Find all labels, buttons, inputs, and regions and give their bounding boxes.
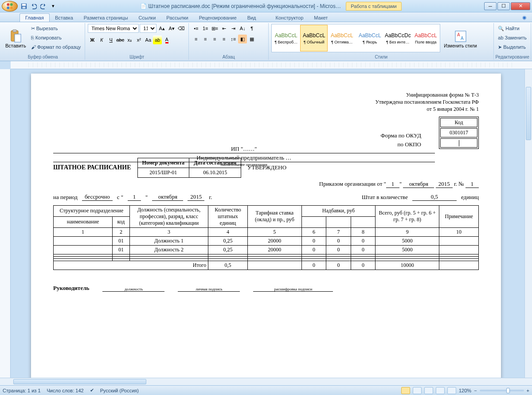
styles-group-label: Стили: [269, 55, 493, 59]
bullets-icon[interactable]: •≡: [192, 24, 200, 33]
minimize-button[interactable]: ─: [484, 2, 497, 10]
tab-design[interactable]: Конструктор: [270, 14, 309, 22]
underline-icon[interactable]: Ч: [106, 35, 115, 44]
align-center-icon[interactable]: ≡: [201, 35, 210, 43]
show-marks-icon[interactable]: ¶: [247, 24, 256, 33]
help-icon[interactable]: ◉: [517, 13, 532, 22]
replace-icon: ab: [498, 35, 503, 40]
indent-dec-icon[interactable]: ⇤: [219, 24, 228, 33]
group-editing: 🔍Найти abЗаменить ➤Выделить Редактирован…: [494, 23, 531, 60]
style-item[interactable]: AaBbCcLПоле ввода: [412, 25, 439, 51]
context-tab-group: Работа с таблицами: [346, 2, 401, 11]
cut-button[interactable]: ✂Вырезать: [30, 24, 82, 33]
svg-point-1: [10, 3, 13, 6]
sort-icon[interactable]: A↓: [238, 24, 247, 33]
tab-references[interactable]: Ссылки: [133, 14, 161, 22]
font-name-select[interactable]: Times New Roman: [88, 24, 139, 33]
paste-label: Вставить: [5, 43, 26, 48]
tab-insert[interactable]: Вставка: [50, 14, 78, 22]
superscript-icon[interactable]: x²: [134, 35, 143, 44]
svg-rect-9: [15, 34, 21, 42]
qat-dropdown-icon[interactable]: ▾: [49, 2, 58, 11]
replace-button[interactable]: abЗаменить: [497, 33, 528, 42]
ribbon: Вставить ✂Вырезать ⎘Копировать 🖌Формат п…: [0, 22, 532, 61]
style-gallery[interactable]: AaBbCcL¶ Беспроб…AaBbCcL¶ ОбычныйAaBbCcL…: [271, 24, 440, 52]
multilevel-icon[interactable]: ⊞≡: [210, 24, 219, 33]
brush-icon: 🖌: [31, 44, 36, 50]
tab-view[interactable]: Вид: [242, 14, 262, 22]
style-item[interactable]: AaBbCcL¶ Беспроб…: [272, 25, 300, 51]
change-styles-button[interactable]: AA Изменить стили: [442, 24, 478, 53]
numbering-icon[interactable]: 1≡: [201, 24, 210, 33]
tab-mailings[interactable]: Рассылки: [161, 14, 193, 22]
close-button[interactable]: ✕: [511, 2, 530, 10]
window-controls: ─ ☐ ✕: [484, 2, 530, 10]
style-item[interactable]: AaBbCcL¶ Якорь: [356, 25, 383, 51]
office-button[interactable]: [2, 1, 18, 12]
strike-icon[interactable]: abc: [116, 35, 125, 44]
tab-home[interactable]: Главная: [20, 13, 50, 22]
svg-point-0: [7, 3, 9, 6]
format-painter-button[interactable]: 🖌Формат по образцу: [30, 43, 82, 51]
change-case-icon[interactable]: Aa: [144, 35, 153, 44]
justify-icon[interactable]: ≡: [219, 35, 228, 43]
svg-rect-8: [13, 30, 16, 32]
copy-icon: ⎘: [31, 35, 34, 40]
scissors-icon: ✂: [31, 26, 35, 31]
window-title: 📄 Штатное расписание.doc [Режим ограниче…: [58, 3, 484, 9]
subscript-icon[interactable]: x₂: [125, 35, 134, 44]
group-font: Times New Roman 11 A▴ A▾ ⌫ Ж К Ч abc x₂ …: [85, 23, 189, 60]
shrink-font-icon[interactable]: A▾: [167, 24, 176, 33]
maximize-button[interactable]: ☐: [497, 2, 510, 10]
editing-group-label: Редактирование: [494, 55, 531, 59]
bold-icon[interactable]: Ж: [88, 35, 97, 44]
ribbon-tabs: Главная Вставка Разметка страницы Ссылки…: [0, 12, 532, 22]
select-button[interactable]: ➤Выделить: [497, 43, 528, 51]
clipboard-group-label: Буфер обмена: [1, 55, 85, 59]
group-paragraph: •≡ 1≡ ⊞≡ ⇤ ⇥ A↓ ¶ ≡ ≡ ≡ ≡ ↕≡ ◧ ▦ Абзац: [189, 23, 269, 60]
paste-button[interactable]: Вставить: [4, 24, 28, 53]
font-size-select[interactable]: 11: [140, 24, 156, 33]
save-icon[interactable]: [20, 2, 28, 11]
borders-icon[interactable]: ▦: [247, 35, 256, 43]
titlebar: ▾ 📄 Штатное расписание.doc [Режим ограни…: [0, 0, 532, 12]
tab-layout2[interactable]: Макет: [309, 14, 333, 22]
clear-format-icon[interactable]: ⌫: [177, 24, 186, 33]
quick-access-toolbar: ▾: [20, 2, 58, 11]
svg-point-3: [10, 6, 13, 9]
group-styles: AaBbCcL¶ Беспроб…AaBbCcL¶ ОбычныйAaBbCcL…: [269, 23, 494, 60]
tab-layout[interactable]: Разметка страницы: [78, 14, 133, 22]
find-button[interactable]: 🔍Найти: [497, 24, 528, 33]
italic-icon[interactable]: К: [97, 35, 106, 44]
svg-rect-6: [23, 6, 26, 8]
tab-review[interactable]: Рецензирование: [194, 14, 242, 22]
change-styles-label: Изменить стили: [444, 43, 477, 48]
redo-icon[interactable]: [39, 2, 48, 11]
line-spacing-icon[interactable]: ↕≡: [229, 35, 238, 43]
font-color-icon[interactable]: A: [162, 35, 171, 44]
group-clipboard: Вставить ✂Вырезать ⎘Копировать 🖌Формат п…: [1, 23, 85, 60]
doc-icon: 📄: [140, 3, 147, 9]
font-group-label: Шрифт: [85, 55, 188, 59]
style-item[interactable]: AaBbCcDc¶ Без инте…: [384, 25, 411, 51]
highlight-icon[interactable]: ab: [153, 35, 162, 44]
shading-icon[interactable]: ◧: [238, 35, 247, 43]
svg-rect-5: [22, 4, 26, 5]
style-item[interactable]: AaBbCcL¶ Обычный: [300, 25, 328, 51]
copy-button[interactable]: ⎘Копировать: [30, 33, 82, 42]
align-left-icon[interactable]: ≡: [192, 35, 200, 43]
style-item[interactable]: AaBbCcL¶ Оптима…: [328, 25, 356, 51]
indent-inc-icon[interactable]: ⇥: [229, 24, 238, 33]
align-right-icon[interactable]: ≡: [210, 35, 219, 43]
cursor-icon: ➤: [498, 44, 502, 50]
svg-point-2: [7, 6, 9, 9]
binoculars-icon: 🔍: [498, 26, 504, 31]
paragraph-group-label: Абзац: [189, 55, 268, 59]
svg-text:A: A: [461, 36, 464, 41]
grow-font-icon[interactable]: A▴: [157, 24, 166, 33]
svg-text:A: A: [457, 32, 460, 37]
undo-icon[interactable]: [29, 2, 38, 11]
